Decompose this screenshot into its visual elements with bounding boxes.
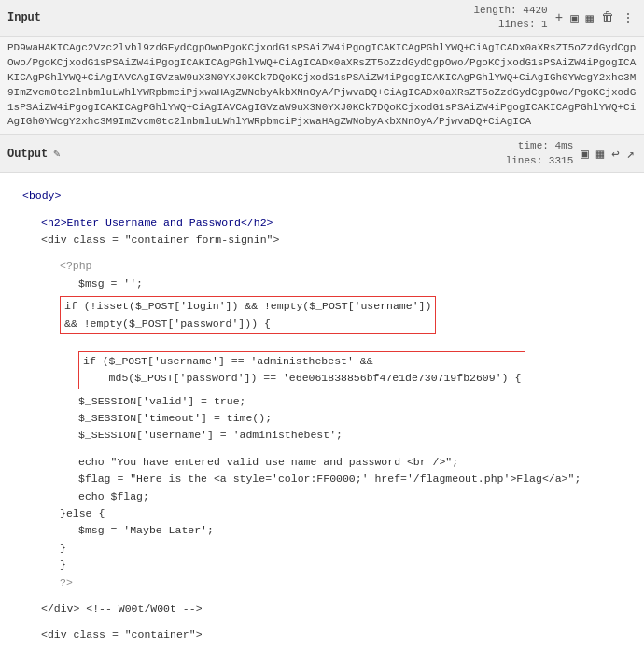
copy-icon[interactable]: ▣ — [568, 8, 580, 28]
code-h2: <h2>Enter Username and Password</h2> — [22, 215, 637, 232]
output-toolbar: ▣ ▦ ↩ ↗ — [579, 144, 637, 163]
blank-line — [22, 178, 637, 188]
expand-icon[interactable]: ↗ — [625, 144, 637, 163]
blank-line-3 — [22, 248, 637, 258]
body-tag: <body> — [22, 190, 61, 202]
download-icon[interactable]: ▦ — [595, 144, 606, 163]
input-text: PD9waHAKICAgc2Vzc2lvbl9zdGFydCgpOwoPgoKC… — [7, 42, 636, 128]
add-icon[interactable]: + — [553, 8, 565, 27]
code-else: }else { — [22, 505, 637, 522]
more-icon[interactable]: ⋮ — [620, 8, 637, 28]
output-panel: Output ✎ time: 4ms lines: 3315 ▣ ▦ ↩ ↗ <… — [0, 134, 644, 651]
code-body-open: <body> — [22, 188, 637, 205]
undo-icon[interactable]: ↩ — [609, 144, 621, 163]
input-header: Input length: 4420 lines: 1 + ▣ ▦ 🗑 ⋮ — [0, 0, 644, 37]
input-length-stats: length: 4420 lines: 1 — [474, 4, 548, 33]
output-label: Output — [7, 148, 48, 161]
copy-output-icon[interactable]: ▣ — [579, 144, 590, 163]
code-session-timeout: $_SESSION['timeout'] = time(); — [22, 410, 637, 427]
code-session-valid: $_SESSION['valid'] = true; — [22, 393, 637, 410]
code-div-close: </div> <!-- W00t/W00t --> — [22, 601, 637, 617]
output-stats: time: 4ms lines: 3315 ▣ ▦ ↩ ↗ — [506, 139, 637, 168]
input-content[interactable]: PD9waHAKICAgc2Vzc2lvbl9zdGFydCgpOwoPgoKC… — [0, 37, 644, 134]
input-stats: length: 4420 lines: 1 + ▣ ▦ 🗑 ⋮ — [474, 4, 637, 33]
delete-icon[interactable]: 🗑 — [599, 8, 616, 27]
output-header: Output ✎ time: 4ms lines: 3315 ▣ ▦ ↩ ↗ — [0, 135, 644, 173]
code-inner-if: if ($_POST['username'] == 'administhebes… — [83, 353, 521, 370]
if-block-highlight: if (!isset($_POST['login']) && !empty($_… — [22, 296, 637, 334]
blank-line-7 — [22, 617, 637, 627]
code-if-condition: if (!isset($_POST['login']) && !empty($_… — [64, 298, 431, 315]
output-label-group: Output ✎ — [7, 145, 62, 163]
code-close-brace1: } — [22, 540, 637, 557]
code-if-condition2: && !empty($_POST['password'])) { — [64, 316, 431, 333]
if-block-border: if (!isset($_POST['login']) && !empty($_… — [60, 296, 436, 334]
blank-line-4 — [22, 338, 637, 347]
blank-line-8 — [22, 644, 637, 651]
code-close-brace2: } — [22, 557, 637, 573]
input-toolbar: + ▣ ▦ 🗑 ⋮ — [553, 8, 637, 28]
code-flag-line: $flag = "Here is the <a style='color:FF0… — [22, 471, 637, 488]
output-time-stats: time: 4ms lines: 3315 — [506, 139, 574, 168]
output-content: <body> <h2>Enter Username and Password</… — [0, 173, 644, 651]
edit-icon[interactable]: ✎ — [51, 145, 62, 163]
code-echo-valid: echo "You have entered valid use name an… — [22, 454, 637, 471]
code-msg-maybe: $msg = 'Maybe Later'; — [22, 522, 637, 539]
input-label: Input — [7, 11, 41, 24]
blank-line-5 — [22, 445, 637, 454]
code-msg-init: $msg = ''; — [22, 276, 637, 292]
inner-if-block-highlight: if ($_POST['username'] == 'administhebes… — [22, 351, 637, 389]
blank-line-2 — [22, 205, 637, 215]
input-panel: Input length: 4420 lines: 1 + ▣ ▦ 🗑 ⋮ PD… — [0, 0, 644, 134]
paste-icon[interactable]: ▦ — [584, 8, 595, 28]
code-echo-flag: echo $flag; — [22, 488, 637, 505]
inner-if-block-border: if ($_POST['username'] == 'administhebes… — [78, 351, 525, 389]
code-div-container2: <div class = "container"> — [22, 627, 637, 644]
code-div-container: <div class = "container form-signin"> — [22, 232, 637, 248]
code-inner-if2: md5($_POST['password']) == 'e6e061838856… — [83, 370, 521, 387]
code-php-close: ?> — [22, 574, 637, 591]
blank-line-6 — [22, 591, 637, 601]
code-php-open: <?php — [22, 258, 637, 275]
code-session-username: $_SESSION['username'] = 'administhebest'… — [22, 427, 637, 444]
